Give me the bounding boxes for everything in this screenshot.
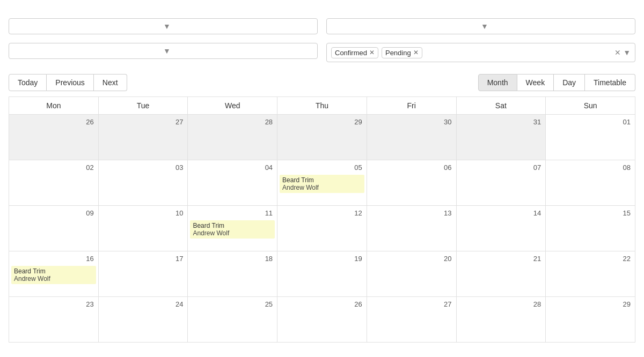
day-number: 28 xyxy=(459,299,544,309)
services-filter-group: ▼ xyxy=(9,16,318,34)
calendar-day[interactable]: 18 xyxy=(188,251,277,297)
calendar-day[interactable]: 19 xyxy=(277,251,367,297)
status-tag-pending[interactable]: Pending ✕ xyxy=(382,47,422,58)
calendar-day[interactable]: 05Beard TrimAndrew Wolf xyxy=(277,160,367,206)
services-select[interactable]: ▼ xyxy=(9,18,318,34)
calendar-day[interactable]: 26 xyxy=(277,297,367,343)
today-button[interactable]: Today xyxy=(9,74,47,91)
day-number: 26 xyxy=(11,117,96,127)
week-view-button[interactable]: Week xyxy=(517,74,554,91)
services-chevron-icon: ▼ xyxy=(163,22,312,31)
statuses-clear-icon[interactable]: ✕ xyxy=(614,48,621,57)
calendar-day[interactable]: 28 xyxy=(188,115,277,160)
calendar-day[interactable]: 02 xyxy=(9,160,99,206)
day-number: 14 xyxy=(459,208,544,218)
day-header-fri: Fri xyxy=(367,97,456,115)
employees-select[interactable]: ▼ xyxy=(9,43,318,59)
day-number: 04 xyxy=(190,162,275,173)
calendar-day[interactable]: 29 xyxy=(277,115,367,160)
calendar-day[interactable]: 10 xyxy=(98,206,188,251)
event-subtitle: Andrew Wolf xyxy=(14,275,93,282)
page: ▼ ▼ ▼ Confirmed ✕ xyxy=(0,0,644,357)
next-button[interactable]: Next xyxy=(94,74,127,91)
statuses-chevron-icon[interactable]: ▼ xyxy=(623,48,631,57)
day-number: 02 xyxy=(11,162,96,173)
day-number: 25 xyxy=(190,299,275,309)
calendar-event[interactable]: Beard TrimAndrew Wolf xyxy=(190,220,275,239)
day-number: 19 xyxy=(280,254,364,264)
status-pending-text: Pending xyxy=(385,49,411,57)
calendar-day[interactable]: 11Beard TrimAndrew Wolf xyxy=(188,206,277,251)
event-title: Beard Trim xyxy=(14,267,93,275)
calendar-day[interactable]: 24 xyxy=(98,297,188,343)
calendar-event[interactable]: Beard TrimAndrew Wolf xyxy=(11,266,96,284)
calendar-day[interactable]: 22 xyxy=(546,251,635,297)
calendar-day[interactable]: 21 xyxy=(456,251,546,297)
day-number: 18 xyxy=(190,254,275,264)
calendar-day[interactable]: 20 xyxy=(367,251,456,297)
calendar-day[interactable]: 09 xyxy=(9,206,99,251)
day-number: 22 xyxy=(548,254,633,264)
statuses-select[interactable]: Confirmed ✕ Pending ✕ ✕ ▼ xyxy=(326,43,635,62)
filters-row-1: ▼ ▼ xyxy=(9,16,635,34)
status-tag-confirmed[interactable]: Confirmed ✕ xyxy=(331,47,378,58)
previous-button[interactable]: Previous xyxy=(47,74,93,91)
day-number: 11 xyxy=(190,208,275,218)
locations-select[interactable]: ▼ xyxy=(326,18,635,34)
calendar-day[interactable]: 01 xyxy=(546,115,635,160)
day-header-wed: Wed xyxy=(188,97,277,115)
day-header-sat: Sat xyxy=(456,97,546,115)
day-number: 05 xyxy=(280,162,364,173)
calendar-day[interactable]: 04 xyxy=(188,160,277,206)
timetable-view-button[interactable]: Timetable xyxy=(585,74,635,91)
month-view-button[interactable]: Month xyxy=(478,74,517,91)
day-number: 30 xyxy=(369,117,454,127)
status-confirmed-remove-icon[interactable]: ✕ xyxy=(369,49,375,56)
employees-filter-group: ▼ xyxy=(9,41,318,62)
day-number: 29 xyxy=(548,299,633,309)
calendar-day[interactable]: 06 xyxy=(367,160,456,206)
day-number: 07 xyxy=(459,162,544,173)
calendar-day[interactable]: 16Beard TrimAndrew Wolf xyxy=(9,251,99,297)
calendar-day[interactable]: 26 xyxy=(9,115,99,160)
calendar-week-3: 091011Beard TrimAndrew Wolf12131415 xyxy=(9,206,635,251)
day-header-thu: Thu xyxy=(277,97,367,115)
day-number: 01 xyxy=(548,117,633,127)
calendar-day[interactable]: 27 xyxy=(367,297,456,343)
calendar-day[interactable]: 03 xyxy=(98,160,188,206)
day-number: 03 xyxy=(101,162,186,173)
calendar-day[interactable]: 28 xyxy=(456,297,546,343)
day-number: 27 xyxy=(369,299,454,309)
day-header-mon: Mon xyxy=(9,97,99,115)
calendar-event[interactable]: Beard TrimAndrew Wolf xyxy=(280,175,364,193)
day-number: 12 xyxy=(280,208,364,218)
status-pending-remove-icon[interactable]: ✕ xyxy=(413,49,419,56)
locations-chevron-icon: ▼ xyxy=(481,22,630,31)
day-number: 23 xyxy=(11,299,96,309)
filters-row-2: ▼ Confirmed ✕ Pending ✕ ✕ ▼ xyxy=(9,41,635,62)
day-number: 21 xyxy=(459,254,544,264)
calendar-day[interactable]: 13 xyxy=(367,206,456,251)
calendar-week-2: 02030405Beard TrimAndrew Wolf060708 xyxy=(9,160,635,206)
calendar-week-4: 16Beard TrimAndrew Wolf171819202122 xyxy=(9,251,635,297)
calendar-day[interactable]: 15 xyxy=(546,206,635,251)
calendar-day[interactable]: 08 xyxy=(546,160,635,206)
calendar-day[interactable]: 17 xyxy=(98,251,188,297)
calendar-day[interactable]: 31 xyxy=(456,115,546,160)
event-title: Beard Trim xyxy=(193,222,272,229)
calendar-day[interactable]: 27 xyxy=(98,115,188,160)
calendar-day[interactable]: 30 xyxy=(367,115,456,160)
view-buttons: MonthWeekDayTimetable xyxy=(478,74,635,91)
day-number: 26 xyxy=(280,299,364,309)
calendar-day[interactable]: 07 xyxy=(456,160,546,206)
calendar-day[interactable]: 12 xyxy=(277,206,367,251)
day-number: 20 xyxy=(369,254,454,264)
calendar-day[interactable]: 29 xyxy=(546,297,635,343)
calendar-day[interactable]: 25 xyxy=(188,297,277,343)
day-view-button[interactable]: Day xyxy=(554,74,585,91)
calendar-day[interactable]: 14 xyxy=(456,206,546,251)
day-number: 15 xyxy=(548,208,633,218)
statuses-icons: ✕ ▼ xyxy=(614,48,631,57)
calendar-day[interactable]: 23 xyxy=(9,297,99,343)
calendar-week-5: 23242526272829 xyxy=(9,297,635,343)
